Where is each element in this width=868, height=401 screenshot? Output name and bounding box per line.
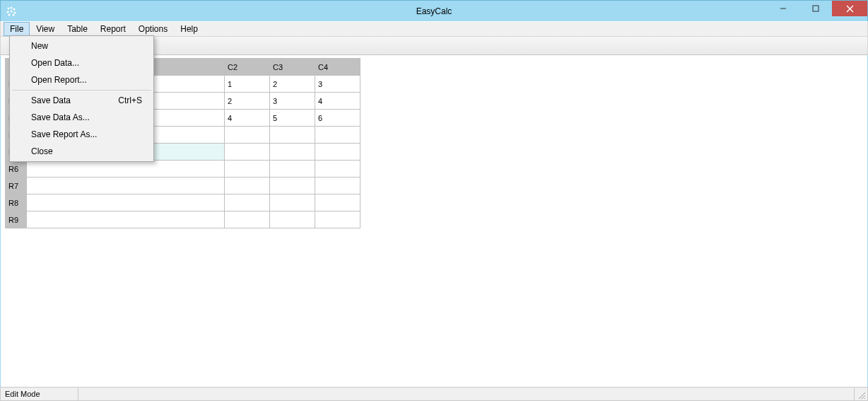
cell[interactable]: 4 <box>225 110 270 127</box>
svg-point-5 <box>14 11 16 13</box>
cell[interactable]: 6 <box>315 110 360 127</box>
cell[interactable] <box>225 194 270 211</box>
title-bar: EasyCalc <box>0 0 868 21</box>
cell[interactable] <box>225 178 270 194</box>
svg-line-14 <box>864 398 865 399</box>
cell[interactable] <box>270 211 315 228</box>
menu-item-label: Open Report... <box>31 75 87 85</box>
svg-rect-9 <box>813 6 819 11</box>
row-header[interactable]: R9 <box>6 211 27 228</box>
cell[interactable] <box>315 178 360 194</box>
svg-point-3 <box>7 11 9 13</box>
svg-line-12 <box>859 393 865 399</box>
menu-item-label: Save Data <box>31 95 71 105</box>
svg-point-0 <box>8 7 10 9</box>
cell[interactable] <box>225 144 270 161</box>
menu-item-label: New <box>31 41 48 51</box>
col-header[interactable]: C4 <box>315 59 360 76</box>
cell[interactable] <box>225 161 270 178</box>
app-icon <box>1 1 22 22</box>
cell[interactable]: 1 <box>225 76 270 93</box>
cell[interactable] <box>315 211 360 228</box>
menu-item-new[interactable]: New <box>11 37 152 54</box>
cell[interactable] <box>315 194 360 211</box>
menu-item-close[interactable]: Close <box>11 143 152 160</box>
menu-item-shortcut: Ctrl+S <box>118 95 145 105</box>
cell[interactable] <box>270 144 315 161</box>
menu-report[interactable]: Report <box>94 22 132 36</box>
cell[interactable] <box>225 127 270 144</box>
menu-view[interactable]: View <box>30 22 61 36</box>
menu-item-label: Save Report As... <box>31 129 97 139</box>
window-controls <box>767 1 867 21</box>
menu-item-open-report[interactable]: Open Report... <box>11 71 152 88</box>
svg-point-2 <box>13 8 16 10</box>
menu-help[interactable]: Help <box>174 22 204 36</box>
window-title: EasyCalc <box>1 6 867 16</box>
cell[interactable] <box>27 161 225 178</box>
menu-item-save-report-as[interactable]: Save Report As... <box>11 126 152 143</box>
close-button[interactable] <box>832 1 867 16</box>
menu-item-open-data[interactable]: Open Data... <box>11 54 152 71</box>
cell[interactable]: 3 <box>315 76 360 93</box>
cell[interactable] <box>27 178 225 194</box>
cell[interactable] <box>27 194 225 211</box>
menu-table[interactable]: Table <box>61 22 94 36</box>
cell[interactable] <box>315 144 360 161</box>
cell[interactable]: 2 <box>270 76 315 93</box>
menu-options[interactable]: Options <box>132 22 174 36</box>
cell[interactable]: 5 <box>270 110 315 127</box>
menu-item-label: Open Data... <box>31 58 79 68</box>
cell[interactable]: 3 <box>270 93 315 110</box>
cell[interactable] <box>315 127 360 144</box>
status-mode: Edit Mode <box>1 388 78 400</box>
resize-grip-icon[interactable] <box>855 388 867 400</box>
svg-point-6 <box>8 13 11 16</box>
cell[interactable]: 2 <box>225 93 270 110</box>
row-header[interactable]: R8 <box>6 194 27 211</box>
file-dropdown: New Open Data... Open Report... Save Dat… <box>9 35 154 162</box>
cell[interactable] <box>315 161 360 178</box>
col-header[interactable]: C2 <box>225 59 270 76</box>
menu-file[interactable]: File <box>4 22 30 36</box>
svg-point-7 <box>13 13 15 16</box>
menu-item-save-data-as[interactable]: Save Data As... <box>11 109 152 126</box>
col-header[interactable]: C3 <box>270 59 315 76</box>
menu-item-label: Close <box>31 146 53 156</box>
cell[interactable] <box>270 194 315 211</box>
cell[interactable] <box>27 211 225 228</box>
menu-item-save-data[interactable]: Save DataCtrl+S <box>11 92 152 109</box>
status-bar: Edit Mode <box>0 387 868 401</box>
cell[interactable] <box>270 178 315 194</box>
menu-item-label: Save Data As... <box>31 112 90 122</box>
minimize-button[interactable] <box>767 1 799 16</box>
maximize-button[interactable] <box>799 1 832 16</box>
menu-separator <box>12 90 151 91</box>
cell[interactable] <box>225 211 270 228</box>
menu-bar: File View Table Report Options Help <box>0 21 868 37</box>
svg-point-1 <box>11 6 13 8</box>
cell[interactable]: 4 <box>315 93 360 110</box>
svg-point-4 <box>11 10 13 12</box>
row-header[interactable]: R6 <box>6 161 27 178</box>
status-panel <box>78 388 855 400</box>
cell[interactable] <box>270 127 315 144</box>
cell[interactable] <box>270 161 315 178</box>
row-header[interactable]: R7 <box>6 178 27 194</box>
